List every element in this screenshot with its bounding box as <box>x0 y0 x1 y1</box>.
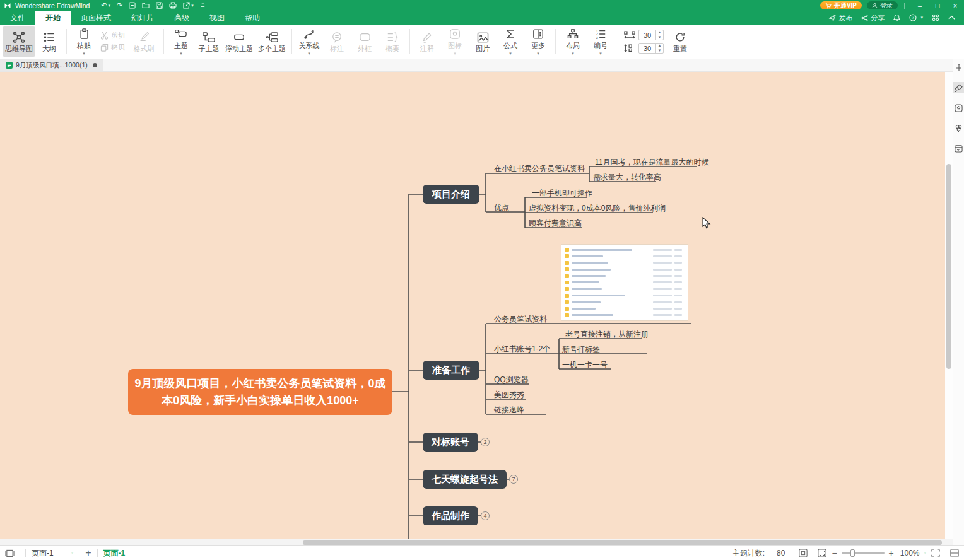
mindmap-view-button[interactable]: 思维导图 <box>3 26 35 57</box>
open-file-button[interactable] <box>142 2 150 9</box>
pin-toolbar-icon[interactable] <box>200 3 206 9</box>
topic-label[interactable]: 一机一卡一号 <box>562 360 608 369</box>
minimize-button[interactable]: – <box>911 0 929 11</box>
paste-button[interactable]: 粘贴 ▾ <box>70 26 98 57</box>
branch-node[interactable]: 七天螺旋起号法 <box>423 470 507 489</box>
branch-node[interactable]: 准备工作 <box>423 361 479 380</box>
zoom-slider[interactable] <box>842 552 885 554</box>
h-spacing-stepper[interactable]: ▲▼ <box>655 30 663 39</box>
zoom-level-dropdown[interactable]: 100% ▾ <box>900 549 926 557</box>
h-spacing-input[interactable]: 30 ▲▼ <box>638 30 664 40</box>
collapsed-count-badge[interactable]: 7 <box>509 475 518 484</box>
vip-button[interactable]: 开通VIP <box>820 1 862 9</box>
topic-label[interactable]: 小红书账号1-2个 <box>494 344 550 353</box>
export-button[interactable]: ▾ <box>183 2 194 9</box>
menu-tab-help[interactable]: 帮助 <box>235 11 270 25</box>
relationship-button[interactable]: 关系线 ▾ <box>295 26 323 57</box>
menu-tab-page-style[interactable]: 页面样式 <box>71 11 121 25</box>
callout-button[interactable]: 标注 <box>323 26 351 57</box>
topic-label[interactable]: 11月国考，现在是流量最大的时候 <box>595 158 708 166</box>
zoom-out-button[interactable]: − <box>832 548 837 558</box>
multi-topic-button[interactable]: 多个主题 <box>256 26 288 57</box>
topic-label[interactable]: 虚拟资料变现，0成本0风险，售价纯利润 <box>529 204 666 213</box>
menu-tab-slides[interactable]: 幻灯片 <box>121 11 164 25</box>
v-spacing-stepper[interactable]: ▲▼ <box>655 44 663 52</box>
clipart-panel-icon[interactable] <box>953 122 964 134</box>
topic-label[interactable]: 链接逸峰 <box>494 405 524 414</box>
cut-button[interactable]: 剪切 <box>100 31 125 40</box>
summary-button[interactable]: 概要 <box>379 26 406 57</box>
topic-label[interactable]: 需求量大，转化率高 <box>593 173 661 182</box>
style-panel-icon[interactable] <box>953 82 964 93</box>
focus-mode-icon[interactable] <box>931 549 940 557</box>
numbering-button[interactable]: 123 编号 ▾ <box>587 26 614 57</box>
embedded-image-file-list[interactable] <box>561 245 688 320</box>
split-view-icon[interactable] <box>950 549 959 557</box>
menu-tab-view[interactable]: 视图 <box>199 11 235 25</box>
collapsed-count-badge[interactable]: 2 <box>481 438 490 446</box>
branch-node[interactable]: 作品制作 <box>423 506 478 525</box>
topic-label[interactable]: 美图秀秀 <box>494 390 524 399</box>
zoom-in-button[interactable]: + <box>889 548 894 558</box>
icon-button[interactable]: 图标 ▾ <box>441 26 469 57</box>
topic-button[interactable]: 主题 ▾ <box>167 26 195 57</box>
topic-label[interactable]: 顾客付费意识高 <box>529 219 582 228</box>
help-button[interactable]: ?▾ <box>909 14 923 21</box>
format-painter-button[interactable]: 格式刷 <box>127 26 160 57</box>
layout-button[interactable]: 布局 ▾ <box>559 26 587 57</box>
floating-topic-button[interactable]: 浮动主题 <box>223 26 256 57</box>
topic-label[interactable]: 公务员笔试资料 <box>494 315 547 324</box>
zoom-slider-thumb[interactable] <box>850 549 855 557</box>
vertical-scrollbar-thumb[interactable] <box>946 164 951 369</box>
page-selector-dropdown[interactable]: 页面-1 ▾ <box>32 548 73 559</box>
vertical-scrollbar[interactable] <box>945 72 953 539</box>
close-button[interactable]: × <box>946 0 964 11</box>
outline-view-button[interactable]: 大纲 <box>35 26 63 57</box>
undo-button[interactable]: ↶▾ <box>101 2 110 9</box>
formula-button[interactable]: 公式 ▾ <box>497 26 524 57</box>
share-button[interactable]: 分享 <box>861 13 885 23</box>
subtopic-button[interactable]: 子主题 <box>195 26 223 57</box>
topic-label[interactable]: QQ浏览器 <box>494 375 529 384</box>
page-tab[interactable]: 页面-1 <box>103 548 126 559</box>
panel-pin-icon[interactable] <box>953 62 964 73</box>
collapsed-count-badge[interactable]: 4 <box>481 511 490 520</box>
horizontal-scrollbar-thumb[interactable] <box>303 540 942 545</box>
fullscreen-icon[interactable] <box>818 549 826 557</box>
fit-to-window-icon[interactable] <box>799 549 808 557</box>
add-page-button[interactable]: + <box>85 547 91 559</box>
v-spacing-input[interactable]: 30 ▲▼ <box>638 43 664 54</box>
menu-tab-file[interactable]: 文件 <box>0 11 35 25</box>
picture-button[interactable]: 图片 <box>469 26 497 57</box>
branch-node[interactable]: 对标账号 <box>423 433 478 452</box>
collapse-ribbon-button[interactable] <box>948 15 955 20</box>
publish-button[interactable]: 发布 <box>828 13 852 23</box>
community-button[interactable] <box>932 14 939 21</box>
branch-node[interactable]: 项目介绍 <box>423 185 479 204</box>
page-panel-icon[interactable] <box>5 549 15 557</box>
document-tab[interactable]: 9月顶级风口项...1000(1) <box>0 59 103 71</box>
central-topic[interactable]: 9月顶级风口项目，小红书卖公务员笔试资料，0成本0风险，新手小白实操单日收入10… <box>128 369 392 415</box>
maximize-button[interactable]: □ <box>929 0 946 11</box>
notifications-button[interactable] <box>893 14 900 21</box>
icon-panel-icon[interactable] <box>953 102 964 114</box>
login-button[interactable]: 登录 <box>867 1 898 9</box>
topic-label[interactable]: 老号直接注销，从新注册 <box>565 330 649 339</box>
redo-button[interactable]: ↷ <box>117 2 122 9</box>
unsaved-indicator-dot[interactable] <box>93 63 97 67</box>
task-panel-icon[interactable] <box>953 143 964 154</box>
topic-label[interactable]: 优点 <box>494 203 509 212</box>
new-document-button[interactable] <box>129 2 136 9</box>
horizontal-scrollbar[interactable] <box>0 539 953 545</box>
print-button[interactable] <box>169 2 177 9</box>
menu-tab-advanced[interactable]: 高级 <box>164 11 199 25</box>
menu-tab-home[interactable]: 开始 <box>35 11 71 25</box>
save-button[interactable] <box>156 2 163 9</box>
boundary-button[interactable]: 外框 <box>351 26 379 57</box>
copy-button[interactable]: 拷贝 <box>100 43 125 52</box>
mindmap-canvas[interactable]: 9月顶级风口项目，小红书卖公务员笔试资料，0成本0风险，新手小白实操单日收入10… <box>0 72 953 545</box>
topic-label[interactable]: 一部手机即可操作 <box>532 189 592 197</box>
more-button[interactable]: 更多 ▾ <box>524 26 552 57</box>
topic-label[interactable]: 新号打标签 <box>562 345 600 354</box>
reset-button[interactable]: 重置 <box>666 26 694 57</box>
